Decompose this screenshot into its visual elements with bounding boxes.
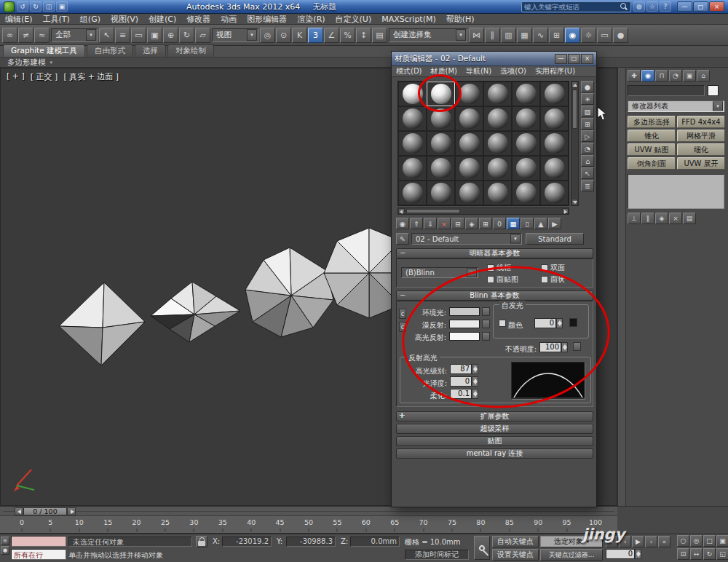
sample-slot-5[interactable] — [540, 82, 569, 106]
undo-icon[interactable]: ↺ — [17, 1, 28, 12]
checkbox-icon[interactable] — [487, 264, 494, 272]
shader-params-rollout-header[interactable]: 明暗器基本参数 — [396, 248, 593, 258]
modifier-button-7[interactable]: UVW 展开 — [677, 157, 725, 170]
sample-slot-21[interactable] — [483, 156, 512, 181]
snap-toggle-3d-icon[interactable]: 3 — [308, 28, 323, 43]
utilities-tab-icon[interactable]: ⌂ — [697, 70, 710, 82]
collapsed-rollout-1[interactable]: 超级采样 — [396, 424, 593, 434]
modifier-button-5[interactable]: 细化 — [677, 143, 725, 156]
time-slider-track[interactable] — [3, 511, 614, 512]
layer-manager-icon[interactable]: ▥ — [501, 28, 516, 43]
redo-icon[interactable]: ↻ — [30, 1, 41, 12]
make-material-copy-icon[interactable]: ⊟ — [451, 218, 464, 229]
zoom-extents-all-icon[interactable]: ▣ — [716, 535, 728, 547]
menu-item-11[interactable]: 帮助(H) — [441, 14, 480, 24]
sample-slot-13[interactable] — [427, 131, 455, 156]
scroll-right-icon[interactable] — [562, 208, 569, 214]
checkbox-icon[interactable] — [541, 276, 548, 283]
orbit-icon[interactable]: ↻ — [703, 548, 716, 560]
sample-slot-7[interactable] — [427, 106, 455, 131]
sample-slot-15[interactable] — [483, 131, 512, 156]
macro-recorder-field[interactable] — [11, 536, 66, 547]
mat-close-button[interactable]: × — [581, 54, 593, 64]
make-preview-icon[interactable]: ◔ — [581, 143, 594, 154]
menu-item-10[interactable]: MAXScript(M) — [376, 14, 441, 24]
scroll-down-icon[interactable] — [571, 199, 578, 205]
make-unique-stack-icon[interactable]: ◈ — [655, 213, 668, 224]
ribbon-tab-0[interactable]: Graphite 建模工具 — [3, 44, 85, 57]
ambient-map-button[interactable] — [482, 307, 490, 316]
material-map-navigator-icon[interactable]: ≣ — [581, 180, 594, 191]
selfillum-spinner-arrows-icon[interactable] — [556, 318, 563, 328]
horizontal-scroll-thumb[interactable] — [406, 209, 460, 213]
shader-check-1[interactable]: 双面 — [541, 263, 585, 272]
modifier-button-2[interactable]: 锥化 — [628, 130, 676, 142]
collapsed-rollout-3[interactable]: mental ray 连接 — [396, 448, 593, 459]
material-name-dropdown[interactable]: 02 - Default — [411, 233, 522, 245]
backlight-icon[interactable]: ☀ — [581, 93, 594, 105]
material-editor-icon[interactable]: ◉ — [565, 28, 580, 43]
soften-spinner[interactable]: 0.1 — [450, 389, 478, 399]
menu-item-2[interactable]: 组(G) — [75, 14, 106, 24]
edit-named-selection-sets-icon[interactable]: ▤ — [372, 28, 387, 43]
frame-spinner-arrows-icon[interactable] — [635, 549, 641, 559]
opacity-spinner[interactable]: 100 — [539, 342, 568, 352]
sample-slot-23[interactable] — [540, 156, 569, 181]
search-icon[interactable] — [620, 2, 628, 11]
sample-slot-6[interactable] — [398, 106, 427, 131]
configure-modifier-sets-icon[interactable]: ▤ — [683, 213, 696, 224]
open-file-icon[interactable]: ◫ — [43, 1, 55, 12]
previous-frame-arrow-icon[interactable] — [15, 507, 23, 515]
bind-to-space-warp-icon[interactable]: ≈ — [34, 28, 50, 43]
zoom-region-icon[interactable]: ⊡ — [677, 548, 689, 560]
next-frame-icon[interactable]: › — [645, 536, 657, 547]
sample-slot-25[interactable] — [427, 181, 455, 205]
sample-slot-2[interactable] — [455, 82, 483, 106]
checkbox-icon[interactable] — [487, 276, 494, 283]
next-frame-arrow-icon[interactable] — [67, 507, 76, 515]
mirror-icon[interactable]: ⋈ — [469, 28, 484, 43]
sample-slot-14[interactable] — [455, 131, 483, 156]
hierarchy-tab-icon[interactable]: ⊓ — [655, 70, 668, 82]
sample-slot-29[interactable] — [540, 181, 569, 205]
spec-level-spinner[interactable]: 87 — [450, 364, 478, 374]
use-pivot-center-icon[interactable]: ◎ — [260, 28, 275, 43]
sample-slot-4[interactable] — [512, 82, 540, 106]
sample-slot-28[interactable] — [512, 181, 540, 205]
specular-color-swatch[interactable] — [449, 332, 480, 341]
menu-item-1[interactable]: 工具(T) — [38, 14, 75, 24]
unlink-selection-icon[interactable]: ≠ — [18, 28, 33, 43]
pan-icon[interactable]: ↔ — [690, 548, 703, 560]
sample-slot-12[interactable] — [398, 131, 427, 156]
z-coordinate-field[interactable]: 0.0mm — [350, 537, 400, 547]
modifier-button-1[interactable]: FFD 4x4x4 — [677, 116, 725, 128]
shader-check-0[interactable]: 线框 — [487, 263, 539, 272]
select-and-rotate-icon[interactable]: ↻ — [179, 28, 194, 43]
sample-type-icon[interactable]: ● — [581, 81, 594, 92]
select-by-material-icon[interactable]: ↖ — [581, 167, 594, 179]
material-menu-1[interactable]: 材质(M) — [427, 66, 462, 76]
ribbon-tab-1[interactable]: 自由形式 — [87, 44, 133, 57]
current-frame-spinner[interactable]: 0 — [606, 549, 641, 559]
put-to-library-icon[interactable]: ⊞ — [479, 218, 492, 229]
zoom-all-icon[interactable]: ◎ — [690, 535, 703, 547]
remove-modifier-icon[interactable]: × — [669, 213, 682, 224]
sample-slot-26[interactable] — [455, 181, 483, 205]
mini-listener-field[interactable]: 所有在行 — [11, 549, 66, 560]
selection-filter-dropdown[interactable]: 全部 — [51, 28, 98, 42]
modify-tab-icon[interactable]: ◉ — [641, 70, 654, 82]
checkbox-icon[interactable] — [541, 264, 548, 272]
selection-lock-toggle[interactable] — [196, 536, 207, 547]
selfillum-color-swatch[interactable] — [569, 318, 577, 327]
opacity-map-button[interactable] — [573, 342, 581, 351]
selfillum-color-checkbox[interactable] — [499, 320, 506, 327]
render-setup-icon[interactable]: ☼ — [581, 28, 596, 43]
maximize-button[interactable]: □ — [693, 1, 708, 12]
set-keys-button[interactable] — [474, 536, 490, 560]
object-octahedron-3[interactable] — [245, 248, 333, 337]
zoom-extents-icon[interactable]: □ — [703, 535, 716, 547]
blinn-params-rollout-header[interactable]: Blinn 基本参数 — [396, 290, 593, 301]
command-panel-scrollbar[interactable] — [617, 68, 626, 506]
add-time-tag[interactable]: 添加时间标记 — [405, 550, 469, 560]
select-by-name-icon[interactable]: ≡ — [115, 28, 130, 43]
